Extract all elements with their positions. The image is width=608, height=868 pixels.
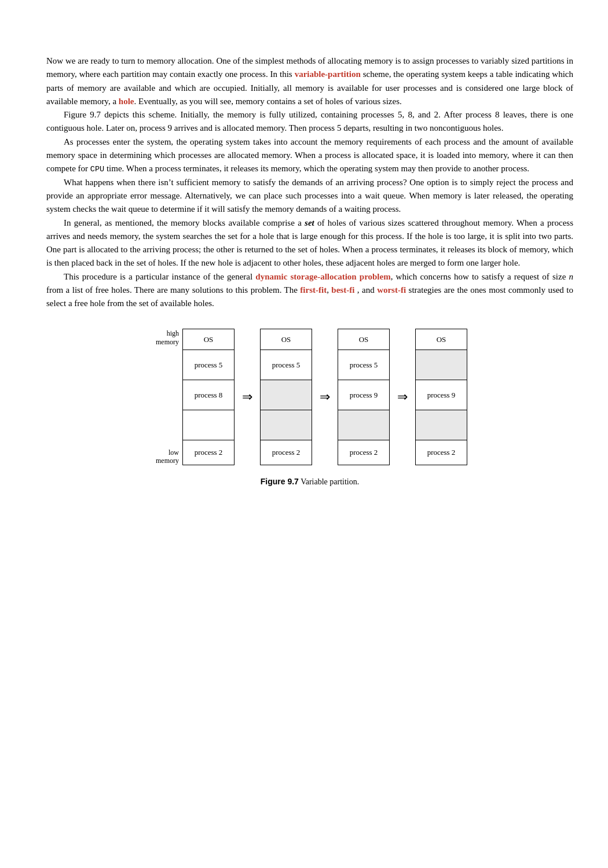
- figure-label: Figure 9.7: [261, 477, 299, 486]
- mem-cell-1-3: [261, 410, 312, 440]
- inline-link[interactable]: first-fit: [300, 285, 327, 295]
- mem-cell-2-3: [338, 410, 389, 440]
- inline-link[interactable]: variable-partition: [295, 69, 361, 79]
- mem-cell-3-0: OS: [416, 329, 467, 350]
- memory-column-2: OSprocess 5process 9process 2: [338, 329, 390, 465]
- mem-cell-2-4: process 2: [338, 440, 389, 465]
- section-heading: [46, 36, 573, 46]
- mem-cell-1-0: OS: [261, 329, 312, 350]
- mem-cell-3-4: process 2: [416, 440, 467, 465]
- memory-column-1: OSprocess 5process 2: [260, 329, 312, 465]
- high-memory-label: highmemory: [152, 329, 179, 346]
- mem-cell-2-0: OS: [338, 329, 389, 350]
- body-text: Now we are ready to turn to memory alloc…: [46, 54, 573, 310]
- mem-cell-0-2: process 8: [183, 380, 234, 410]
- mem-cell-1-1: process 5: [261, 350, 312, 380]
- arrow-1: ⇒: [312, 389, 338, 404]
- mem-cell-0-3: [183, 410, 234, 440]
- mem-cell-1-2: [261, 380, 312, 410]
- figure-area: highmemorylowmemoryOSprocess 5process 8p…: [46, 329, 573, 487]
- mem-cell-2-1: process 5: [338, 350, 389, 380]
- inline-link[interactable]: hole: [119, 97, 134, 106]
- paragraph-2: As processes enter the system, the opera…: [46, 135, 573, 176]
- mono-text: CPU: [90, 165, 104, 174]
- italic-text: n: [569, 272, 574, 281]
- mem-cell-0-1: process 5: [183, 350, 234, 380]
- inline-link[interactable]: best-fi: [331, 285, 354, 295]
- mem-cell-3-2: process 9: [416, 380, 467, 410]
- low-memory-label: lowmemory: [152, 448, 179, 465]
- figure-diagram: highmemorylowmemoryOSprocess 5process 8p…: [152, 329, 467, 465]
- paragraph-4: In general, as mentioned, the memory blo…: [46, 216, 573, 270]
- mem-cell-3-3: [416, 410, 467, 440]
- memory-labels: highmemorylowmemory: [152, 329, 182, 465]
- arrow-2: ⇒: [390, 389, 415, 404]
- arrow-0: ⇒: [235, 389, 260, 404]
- memory-column-3: OSprocess 9process 2: [415, 329, 467, 465]
- mem-cell-0-0: OS: [183, 329, 234, 350]
- mem-cell-1-4: process 2: [261, 440, 312, 465]
- mem-cell-0-4: process 2: [183, 440, 234, 465]
- mem-cell-2-2: process 9: [338, 380, 389, 410]
- em-text: set: [305, 218, 314, 227]
- mem-cell-3-1: [416, 350, 467, 380]
- inline-link[interactable]: worst-fi: [377, 285, 406, 295]
- memory-column-0: OSprocess 5process 8process 2: [182, 329, 235, 465]
- figure-caption: Figure 9.7 Variable partition.: [261, 477, 359, 487]
- paragraph-3: What happens when there isn’t sufficient…: [46, 176, 573, 216]
- paragraph-1: Figure 9.7 depicts this scheme. Initiall…: [46, 108, 573, 135]
- paragraph-5: This procedure is a particular instance …: [46, 270, 573, 311]
- paragraph-0: Now we are ready to turn to memory alloc…: [46, 54, 573, 108]
- inline-link[interactable]: dynamic storage-allocation problem: [255, 272, 390, 281]
